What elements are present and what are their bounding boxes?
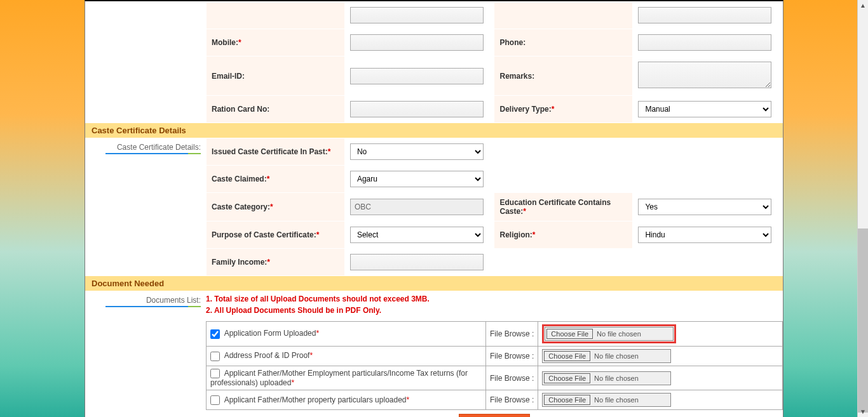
unknown-input-2[interactable] bbox=[638, 7, 771, 23]
file-status-text: No file chosen bbox=[592, 396, 670, 404]
file-browse-label: File Browse : bbox=[486, 366, 538, 390]
edu-cert-select[interactable]: Yes bbox=[638, 199, 771, 215]
doc-checkbox-4[interactable] bbox=[210, 395, 220, 405]
doc-checkbox-1[interactable] bbox=[210, 329, 220, 339]
phone-label: Phone: bbox=[494, 29, 633, 56]
delivery-type-select[interactable]: Manual bbox=[638, 101, 771, 117]
show-payment-button[interactable]: Show Payment bbox=[459, 414, 529, 417]
file-input-3[interactable]: Choose File No file chosen bbox=[542, 371, 670, 385]
choose-file-button[interactable]: Choose File bbox=[544, 351, 590, 361]
file-status-text: No file chosen bbox=[592, 374, 670, 382]
family-income-label: Family Income:* bbox=[207, 249, 345, 276]
doc-row: Address Proof & ID Proof* File Browse : … bbox=[207, 347, 783, 366]
choose-file-button[interactable]: Choose File bbox=[544, 373, 590, 383]
email-input[interactable] bbox=[350, 68, 484, 84]
highlighted-file-input: Choose File No file chosen bbox=[542, 324, 675, 343]
caste-sub-header: Caste Certificate Details: bbox=[105, 143, 201, 154]
caste-category-input bbox=[350, 199, 484, 215]
file-input-2[interactable]: Choose File No file chosen bbox=[542, 349, 670, 363]
applicant-table: Mobile:* Phone: Email-ID: Remarks: Ratio… bbox=[85, 1, 783, 123]
phone-input[interactable] bbox=[638, 34, 771, 51]
purpose-label: Purpose of Caste Certificate:* bbox=[207, 222, 345, 249]
scroll-up-icon[interactable]: ▲ bbox=[858, 0, 868, 11]
family-income-input[interactable] bbox=[350, 254, 484, 270]
docs-sub-header: Documents List: bbox=[105, 296, 201, 307]
mobile-label: Mobile:* bbox=[207, 29, 345, 56]
docs-section-header: Document Needed bbox=[85, 276, 783, 291]
doc-label-3: Applicant Father/Mother Employment parti… bbox=[210, 369, 468, 387]
file-browse-label: File Browse : bbox=[486, 390, 538, 410]
caste-category-label: Caste Category:* bbox=[207, 193, 345, 222]
unknown-input-1[interactable] bbox=[350, 7, 484, 23]
caste-table: Caste Certificate Details: Issued Caste … bbox=[85, 138, 783, 276]
caste-claimed-select[interactable]: Agaru bbox=[350, 171, 484, 187]
form-container: Mobile:* Phone: Email-ID: Remarks: Ratio… bbox=[85, 0, 783, 417]
ration-label: Ration Card No: bbox=[207, 96, 345, 123]
file-status-text: No file chosen bbox=[594, 330, 673, 338]
issued-past-label: Issued Caste Certificate In Past:* bbox=[207, 138, 345, 166]
file-input-4[interactable]: Choose File No file chosen bbox=[542, 393, 670, 407]
doc-label-4: Applicant Father/Mother property particu… bbox=[224, 395, 407, 404]
delivery-type-label: Delivery Type:* bbox=[494, 96, 633, 123]
file-status-text: No file chosen bbox=[592, 352, 670, 360]
docs-note-1: 1. Total size of all Upload Documents sh… bbox=[206, 293, 783, 305]
scrollbar[interactable]: ▲ ▼ bbox=[857, 0, 868, 417]
file-input-1[interactable]: Choose File No file chosen bbox=[545, 327, 673, 341]
caste-section-header: Caste Certificate Details bbox=[85, 123, 783, 138]
issued-past-select[interactable]: No bbox=[350, 143, 484, 160]
doc-checkbox-2[interactable] bbox=[210, 352, 220, 361]
choose-file-button[interactable]: Choose File bbox=[546, 329, 593, 339]
doc-checkbox-3[interactable] bbox=[210, 369, 220, 378]
doc-label-1: Application Form Uploaded bbox=[224, 329, 316, 338]
docs-table-wrap: Documents List: 1. Total size of all Upl… bbox=[85, 291, 783, 417]
file-browse-label: File Browse : bbox=[486, 347, 538, 366]
file-browse-label: File Browse : bbox=[486, 322, 538, 347]
ration-input[interactable] bbox=[350, 101, 484, 117]
remarks-textarea[interactable] bbox=[638, 62, 771, 88]
doc-row: Application Form Uploaded* File Browse :… bbox=[207, 322, 783, 347]
caste-claimed-label: Caste Claimed:* bbox=[207, 166, 345, 193]
scroll-down-icon[interactable]: ▼ bbox=[858, 406, 868, 417]
choose-file-button[interactable]: Choose File bbox=[544, 395, 590, 405]
doc-row: Applicant Father/Mother Employment parti… bbox=[207, 366, 783, 390]
scroll-thumb[interactable] bbox=[858, 228, 868, 413]
religion-label: Religion:* bbox=[494, 222, 633, 249]
doc-label-2: Address Proof & ID Proof bbox=[224, 351, 310, 360]
doc-row: Applicant Father/Mother property particu… bbox=[207, 390, 783, 410]
religion-select[interactable]: Hindu bbox=[638, 227, 771, 243]
remarks-label: Remarks: bbox=[494, 56, 633, 96]
edu-cert-label: Education Certificate Contains Caste:* bbox=[494, 193, 633, 222]
mobile-input[interactable] bbox=[350, 34, 484, 51]
docs-note-2: 2. All Upload Documents Should be in PDF… bbox=[206, 305, 783, 316]
docs-table: Application Form Uploaded* File Browse :… bbox=[206, 321, 783, 410]
docs-notes: 1. Total size of all Upload Documents sh… bbox=[206, 291, 783, 321]
purpose-select[interactable]: Select bbox=[350, 227, 484, 243]
email-label: Email-ID: bbox=[207, 56, 345, 96]
